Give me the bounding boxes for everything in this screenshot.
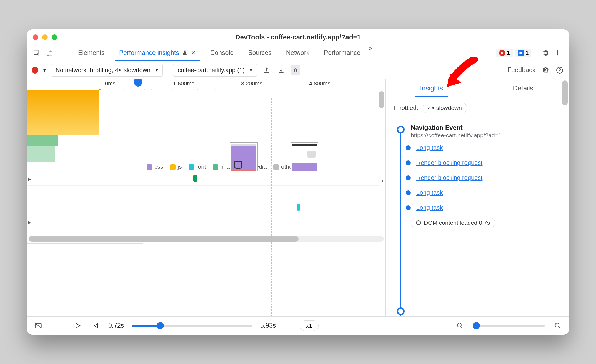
insights-sidebar: Insights Details Throttled: 4× slowdown … <box>385 79 569 316</box>
insight-link[interactable]: Render blocking request <box>416 159 482 166</box>
zoom-slider[interactable] <box>473 325 545 327</box>
tab-network[interactable]: Network <box>279 45 317 61</box>
svg-point-5 <box>557 54 558 55</box>
filmstrip <box>27 140 385 162</box>
throttle-select[interactable]: No network throttling, 4× slowdown ▾ <box>51 64 163 77</box>
device-toolbar-icon[interactable] <box>44 48 54 58</box>
duration: 5.93s <box>260 322 276 329</box>
dom-content-loaded-pill[interactable]: DOM content loaded 0.7s <box>411 218 495 228</box>
overview-strip[interactable] <box>27 90 385 140</box>
horizontal-scrollbar[interactable] <box>29 236 384 242</box>
close-tab-icon[interactable]: ✕ <box>191 49 196 57</box>
tab-sources[interactable]: Sources <box>241 45 279 61</box>
inspect-element-icon[interactable] <box>32 48 42 58</box>
tab-performance-insights[interactable]: Performance insights ✕ <box>112 45 203 61</box>
track-row <box>27 171 385 186</box>
divider <box>59 49 59 57</box>
panel-settings-icon[interactable] <box>540 67 550 74</box>
devtools-window: DevTools - coffee-cart.netlify.app/?ad=1… <box>27 29 569 335</box>
timeline-ring-icon <box>397 307 405 315</box>
insight-item[interactable]: Long task <box>407 204 562 211</box>
track-row <box>27 186 385 200</box>
settings-icon[interactable] <box>540 48 550 58</box>
slider-knob[interactable] <box>157 322 164 329</box>
insight-link[interactable]: Long task <box>416 204 443 211</box>
track-chip[interactable] <box>297 204 300 211</box>
timeline-ruler[interactable]: 0ms 1,600ms 3,200ms 4,800ms DCL FCP TTI … <box>27 79 385 90</box>
errors-badge[interactable]: ✕ 1 <box>496 49 513 57</box>
current-time: 0.72s <box>108 322 124 329</box>
timeline-panel: 0ms 1,600ms 3,200ms 4,800ms DCL FCP TTI … <box>27 79 385 316</box>
vertical-scrollbar[interactable] <box>379 91 384 108</box>
zoom-out-icon[interactable] <box>455 321 465 331</box>
minimize-window-button[interactable] <box>42 34 48 40</box>
error-count: 1 <box>507 50 510 56</box>
feedback-link[interactable]: Feedback <box>507 66 535 74</box>
swatch-icon <box>147 164 152 170</box>
window-controls <box>33 34 57 40</box>
recording-select[interactable]: coffee-cart.netlify.app (1) ▾ <box>173 64 257 77</box>
tick-label: 1,600ms <box>173 80 241 87</box>
devtools-tabs-row: Elements Performance insights ✕ Console … <box>27 45 569 61</box>
divider <box>536 49 536 57</box>
tab-label: Sources <box>248 49 271 57</box>
throttle-value: 4× slowdown <box>423 103 467 113</box>
tracks-area[interactable]: ▸ ▸ <box>27 171 385 243</box>
kebab-menu-icon[interactable] <box>553 48 563 58</box>
insight-item[interactable]: Long task <box>407 144 562 151</box>
screenshot-thumbnail[interactable] <box>230 142 258 176</box>
track-chip[interactable] <box>193 175 197 182</box>
zoom-window-button[interactable] <box>52 34 57 40</box>
screenshot-thumbnail[interactable] <box>291 142 318 176</box>
zoom-in-icon[interactable] <box>553 321 563 331</box>
panel-body: 0ms 1,600ms 3,200ms 4,800ms DCL FCP TTI … <box>27 79 569 316</box>
rewind-icon[interactable] <box>91 321 101 331</box>
timeline-line <box>400 129 401 316</box>
slider-knob[interactable] <box>473 322 480 329</box>
message-count: 1 <box>525 50 529 56</box>
insight-link[interactable]: Long task <box>416 144 443 151</box>
insight-item[interactable]: Long task <box>407 189 562 196</box>
vertical-scrollbar[interactable] <box>562 80 568 105</box>
playback-slider[interactable] <box>132 325 252 327</box>
svg-point-4 <box>557 52 558 53</box>
marker-guideline <box>271 98 272 316</box>
tab-elements[interactable]: Elements <box>71 45 112 61</box>
panel-tabs: Elements Performance insights ✕ Console … <box>66 45 373 61</box>
tab-console[interactable]: Console <box>203 45 241 61</box>
import-icon[interactable] <box>276 67 286 74</box>
messages-badge[interactable]: 1 <box>515 49 531 57</box>
speed-pill[interactable]: x1 <box>300 320 319 331</box>
tab-label: Performance <box>324 49 360 57</box>
insight-item[interactable]: Render blocking request <box>407 174 562 181</box>
chevron-down-icon: ▾ <box>250 67 252 73</box>
throttle-select-label: No network throttling, 4× slowdown <box>56 67 151 74</box>
insight-link[interactable]: Render blocking request <box>416 174 482 181</box>
tab-details[interactable]: Details <box>477 79 569 97</box>
export-icon[interactable] <box>262 67 271 74</box>
toggle-screenshot-icon[interactable] <box>33 321 43 331</box>
help-icon[interactable] <box>555 67 564 74</box>
play-icon[interactable] <box>73 321 83 331</box>
record-button[interactable] <box>32 67 38 74</box>
svg-point-3 <box>557 50 558 51</box>
swatch-icon <box>189 164 194 170</box>
close-window-button[interactable] <box>33 34 38 40</box>
scrollbar-thumb[interactable] <box>29 236 299 242</box>
timeline-ring-icon <box>397 126 405 133</box>
delete-icon[interactable] <box>291 65 300 75</box>
more-tabs-icon[interactable]: » <box>368 45 373 61</box>
swatch-icon <box>213 164 218 170</box>
cup-icon <box>307 151 316 158</box>
insight-link[interactable]: Long task <box>416 189 443 196</box>
error-icon: ✕ <box>499 50 505 56</box>
tab-label: Insights <box>420 84 443 92</box>
throttle-label: Throttled: <box>392 104 418 112</box>
timeline-dot-icon <box>406 205 411 210</box>
navigation-event[interactable]: Navigation Event https://coffee-cart.net… <box>411 124 562 139</box>
dom-loaded-label: DOM content loaded 0.7s <box>424 219 490 226</box>
record-options-chevron-icon[interactable]: ▾ <box>43 67 46 73</box>
expand-sidebar-icon[interactable]: › <box>380 171 385 190</box>
tab-performance[interactable]: Performance <box>317 45 368 61</box>
insight-item[interactable]: Render blocking request <box>407 159 562 166</box>
